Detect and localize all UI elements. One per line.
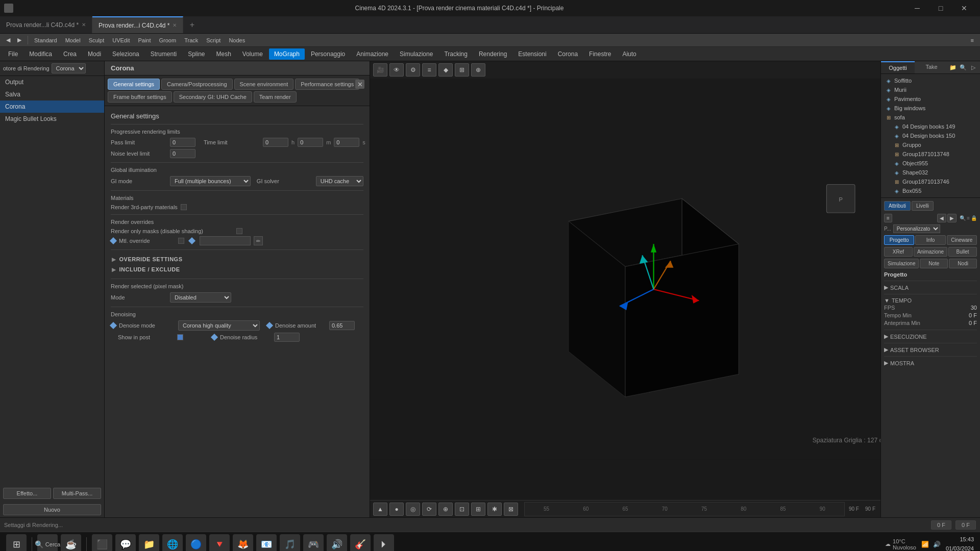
menu-mograph[interactable]: MoGraph [269, 48, 305, 60]
attrib-tab-attributi[interactable]: Attributi [884, 201, 911, 211]
menu-volume[interactable]: Volume [237, 48, 268, 60]
time-limit-h-input[interactable] [263, 138, 288, 147]
new-tab-button[interactable]: + [183, 16, 201, 33]
render-only-masks-checkbox[interactable] [236, 228, 242, 234]
pass-limit-input[interactable] [170, 138, 195, 147]
progetto-button[interactable]: Progetto [884, 235, 914, 245]
viewport-snap-btn[interactable]: ⊕ [471, 63, 485, 77]
sculpt-layout[interactable]: Sculpt [86, 36, 108, 44]
denoise-mode-select[interactable]: Corona high quality [178, 320, 260, 331]
cineware-button[interactable]: Cineware [947, 235, 977, 245]
menu-mesh[interactable]: Mesh [211, 48, 236, 60]
time-limit-s-input[interactable] [334, 138, 359, 147]
tempo-header[interactable]: ▼ TEMPO [884, 296, 977, 305]
attrib-next-btn[interactable]: ▶ [947, 214, 957, 222]
menu-seleziona[interactable]: Seleziona [107, 48, 144, 60]
menu-salva[interactable]: Salva [0, 88, 104, 101]
tree-design149[interactable]: ◈ 04 Design books 149 [883, 122, 978, 131]
vp-nav-btn-8[interactable]: ✱ [487, 503, 502, 516]
menu-strumenti[interactable]: Strumenti [145, 48, 182, 60]
menu-output[interactable]: Output [0, 76, 104, 88]
tab-2[interactable]: Prova render...i C4D.c4d * ✕ [92, 16, 183, 33]
include-exclude-header[interactable]: ▶ INCLUDE / EXCLUDE [111, 264, 363, 274]
vp-nav-btn-7[interactable]: ⊞ [471, 503, 485, 516]
mtl-override-checkbox[interactable] [178, 238, 184, 244]
forward-button[interactable]: ▶ [14, 36, 24, 44]
taskbar-app-9[interactable]: 📧 [256, 534, 277, 552]
tab-camera-postprocessing[interactable]: Camera/Postprocessing [161, 79, 232, 90]
scala-header[interactable]: ▶ SCALA [884, 283, 977, 292]
gi-mode-select[interactable]: Full (multiple bounces) [170, 176, 251, 186]
taskbar-app-14[interactable]: ⏵ [374, 534, 394, 552]
animazione-button[interactable]: Animazione [914, 247, 947, 257]
taskbar-app-12[interactable]: 🔊 [327, 534, 347, 552]
mtl-override-edit[interactable]: ✏ [254, 236, 263, 245]
denoise-amount-input[interactable] [329, 321, 355, 330]
uvedit-layout[interactable]: UVEdit [109, 36, 133, 44]
simulazione-button[interactable]: Simulazione [884, 259, 919, 268]
mode-select[interactable]: Disabled [170, 292, 231, 303]
vp-nav-btn-9[interactable]: ⊠ [504, 503, 518, 516]
minimize-button[interactable]: ─ [905, 0, 929, 16]
taskbar-app-13[interactable]: 🎸 [350, 534, 371, 552]
menu-spline[interactable]: Spline [183, 48, 210, 60]
tab-general-settings[interactable]: General settings [108, 79, 160, 90]
tab-1-close[interactable]: ✕ [82, 22, 86, 28]
tree-box055[interactable]: ◈ Box055 [883, 186, 978, 195]
vp-nav-btn-4[interactable]: ⟳ [422, 503, 436, 516]
menu-personaggio[interactable]: Personaggio [306, 48, 350, 60]
note-button[interactable]: Note [920, 259, 948, 268]
menu-animazione[interactable]: Animazione [351, 48, 394, 60]
time-limit-m-input[interactable] [298, 138, 323, 147]
menu-tracking[interactable]: Tracking [439, 48, 473, 60]
track-layout[interactable]: Track [181, 36, 201, 44]
tab-2-close[interactable]: ✕ [173, 22, 177, 28]
override-settings-header[interactable]: ▶ OVERRIDE SETTINGS [111, 254, 363, 264]
attrib-personalizzato-select[interactable]: Personalizzato [893, 224, 940, 233]
menu-corona[interactable]: Corona [553, 48, 583, 60]
close-render-settings[interactable]: ✕ [355, 80, 364, 89]
rp-expand-btn[interactable]: ▷ [969, 63, 978, 72]
back-button[interactable]: ◀ [3, 36, 13, 44]
tab-take[interactable]: Take [915, 61, 948, 73]
menu-magic-bullet[interactable]: Magic Bullet Looks [0, 113, 104, 125]
menu-simulazione[interactable]: Simulazione [395, 48, 438, 60]
taskbar-app-5[interactable]: 🌐 [162, 534, 183, 552]
denoise-radius-input[interactable] [274, 333, 300, 342]
taskbar-app-10[interactable]: 🎵 [280, 534, 300, 552]
taskbar-app-11[interactable]: 🎮 [303, 534, 324, 552]
tab-team-render[interactable]: Team render [254, 91, 297, 103]
xref-button[interactable]: XRef [884, 247, 913, 257]
render-3rdparty-checkbox[interactable] [181, 204, 187, 210]
attrib-prev-btn[interactable]: ◀ [937, 214, 946, 222]
model-layout[interactable]: Model [62, 36, 84, 44]
vp-nav-btn-1[interactable]: ▲ [373, 503, 387, 516]
menu-finestre[interactable]: Finestre [584, 48, 616, 60]
standard-layout[interactable]: Standard [31, 36, 60, 44]
mostra-header[interactable]: ▶ MOSTRA [884, 359, 977, 367]
tree-bigwindows[interactable]: ◈ Big windows [883, 104, 978, 113]
menu-file[interactable]: File [3, 48, 23, 60]
viewport-options-btn[interactable]: ≡ [422, 63, 436, 77]
menu-crea[interactable]: Crea [58, 48, 82, 60]
gi-solver-select[interactable]: UHD cache [316, 176, 363, 186]
nuovo-button[interactable]: Nuovo [3, 504, 101, 515]
multipass-button[interactable]: Multi-Pass... [53, 488, 101, 499]
vp-nav-btn-3[interactable]: ◎ [406, 503, 420, 516]
attrib-menu-btn[interactable]: ≡ [884, 214, 892, 222]
engine-select[interactable]: Corona [52, 63, 86, 73]
maximize-button[interactable]: □ [929, 0, 952, 16]
tree-object955[interactable]: ◈ Object955 [883, 159, 978, 168]
menu-modifica[interactable]: Modifica [24, 48, 57, 60]
tab-frame-buffer-settings[interactable]: Frame buffer settings [108, 91, 172, 103]
menu-rendering[interactable]: Rendering [474, 48, 512, 60]
asset-browser-header[interactable]: ▶ ASSET BROWSER [884, 345, 977, 354]
tab-scene-environment[interactable]: Scene environment [234, 79, 294, 90]
taskbar-app-8[interactable]: 🦊 [233, 534, 253, 552]
menu-expand[interactable]: ≡ [968, 36, 977, 44]
rp-search-btn[interactable]: 🔍 [959, 63, 968, 72]
info-button[interactable]: Info [915, 235, 945, 245]
mtl-override-field[interactable] [200, 236, 251, 245]
tab-objects[interactable]: Oggetti [881, 61, 915, 73]
menu-corona-left[interactable]: Corona [0, 101, 104, 113]
